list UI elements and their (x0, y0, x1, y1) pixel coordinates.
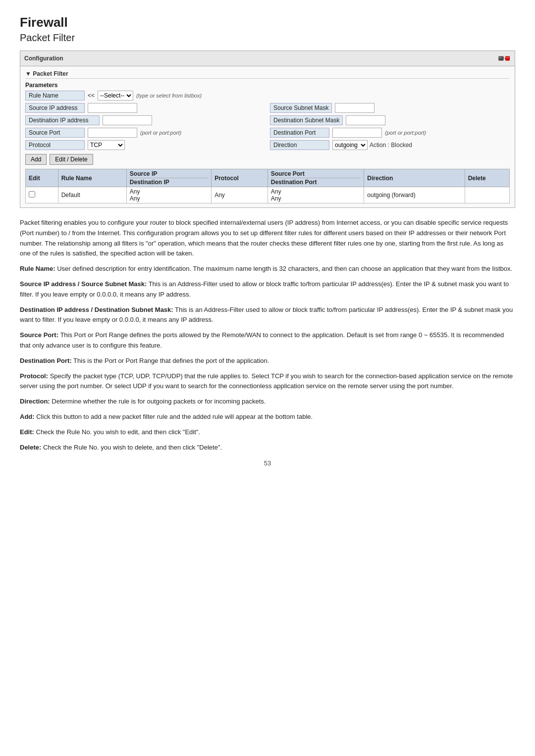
rule-name-label: Rule Name (25, 91, 85, 101)
dest-ip-field: Destination IP address (25, 115, 265, 125)
page-subtitle: Packet Filter (20, 32, 515, 44)
rule-name-row: Rule Name << --Select-- (type or select … (25, 91, 510, 101)
th-edit: Edit (26, 169, 58, 187)
source-subnet-label: Source Subnet Mask (270, 103, 332, 113)
table-row: Default Any Any Any Any Any outgoing (fo… (26, 187, 510, 203)
network-icon (498, 53, 511, 64)
desc-source-port: Source Port: This Port or Port Range def… (20, 330, 515, 351)
rule-name-field: Rule Name << --Select-- (type or select … (25, 91, 265, 101)
source-subnet-field: Source Subnet Mask (270, 103, 510, 113)
desc-intro: Packet filtering enables you to configur… (20, 218, 515, 259)
config-body: ▼ Packet Filter Parameters Rule Name << … (20, 66, 515, 207)
svg-rect-3 (505, 56, 510, 60)
td-source-port: Any Any (268, 187, 364, 203)
config-header: Configuration (20, 51, 515, 66)
svg-rect-0 (498, 56, 503, 60)
section-title: ▼ Packet Filter (25, 70, 510, 79)
header-icons (498, 53, 511, 64)
dest-subnet-input[interactable] (346, 115, 385, 125)
edit-delete-button[interactable]: Edit / Delete (50, 154, 93, 165)
protocol-field: Protocol TCP UDP TCP/UDP (25, 140, 265, 150)
action-text: Action : Blocked (370, 142, 412, 149)
rule-name-select[interactable]: --Select-- (98, 91, 133, 101)
th-direction: Direction (364, 169, 465, 187)
th-protocol: Protocol (212, 169, 268, 187)
config-panel: Configuration ▼ Packet Filter Parameters (20, 50, 515, 208)
source-row: Source IP address Source Subnet Mask (25, 103, 510, 114)
params-label: Parameters (25, 82, 510, 89)
td-source-ip: Any Any (126, 187, 211, 203)
desc-direction: Direction: Determine whether the rule is… (20, 397, 515, 407)
svg-rect-6 (504, 58, 505, 58)
dest-port-input[interactable] (332, 128, 382, 138)
filter-table: Edit Rule Name Source IP Destination IP … (25, 169, 510, 203)
dest-ip-label: Destination IP address (25, 115, 100, 125)
source-port-input[interactable] (88, 128, 137, 138)
protocol-direction-row: Protocol TCP UDP TCP/UDP Direction outgo… (25, 140, 510, 151)
direction-select[interactable]: outgoing incoming (332, 140, 368, 150)
td-rule-name: Default (58, 187, 126, 203)
dest-port-label: Destination Port (270, 128, 329, 138)
th-source-port: Source Port Destination Port (268, 169, 364, 187)
protocol-label: Protocol (25, 140, 85, 150)
desc-dest-port: Destination Port: This is the Port or Po… (20, 356, 515, 366)
th-delete: Delete (465, 169, 509, 187)
row-checkbox[interactable] (29, 191, 35, 198)
port-row: Source Port (port or port:port) Destinat… (25, 128, 510, 139)
td-delete (465, 187, 509, 203)
source-ip-field: Source IP address (25, 103, 265, 113)
direction-field: Direction outgoing incoming Action : Blo… (270, 140, 510, 150)
dest-ip-input[interactable] (103, 115, 152, 125)
page-title: Firewall (20, 15, 515, 30)
dest-subnet-label: Destination Subnet Mask (270, 115, 343, 125)
source-ip-label: Source IP address (25, 103, 85, 113)
source-subnet-input[interactable] (335, 103, 374, 113)
protocol-select[interactable]: TCP UDP TCP/UDP (88, 140, 125, 150)
description-section: Packet filtering enables you to configur… (20, 218, 515, 453)
filter-table-container: Edit Rule Name Source IP Destination IP … (25, 169, 510, 203)
desc-source-ip: Source IP address / Source Subnet Mask: … (20, 279, 515, 300)
direction-controls: outgoing incoming Action : Blocked (332, 140, 412, 150)
source-port-label: Source Port (25, 128, 85, 138)
add-button[interactable]: Add (25, 154, 47, 165)
source-port-hint: (port or port:port) (140, 130, 181, 136)
svg-rect-2 (501, 57, 502, 58)
config-header-label: Configuration (24, 55, 63, 62)
desc-rule-name: Rule Name: User defined description for … (20, 264, 515, 274)
dest-row: Destination IP address Destination Subne… (25, 115, 510, 126)
td-edit[interactable] (26, 187, 58, 203)
td-protocol: Any (212, 187, 268, 203)
action-buttons: Add Edit / Delete (25, 154, 510, 165)
th-rule-name: Rule Name (58, 169, 126, 187)
source-ip-input[interactable] (88, 103, 137, 113)
dest-subnet-field: Destination Subnet Mask (270, 115, 510, 125)
page-number: 53 (20, 459, 515, 467)
td-direction: outgoing (forward) (364, 187, 465, 203)
direction-label: Direction (270, 140, 329, 150)
svg-rect-4 (506, 57, 507, 58)
rule-name-hint: (type or select from listbox) (136, 93, 202, 99)
dest-port-hint: (port or port:port) (385, 130, 426, 136)
dest-port-field: Destination Port (port or port:port) (270, 128, 510, 138)
desc-add: Add: Click this button to add a new pack… (20, 412, 515, 422)
desc-delete: Delete: Check the Rule No. you wish to d… (20, 443, 515, 453)
svg-rect-1 (499, 57, 501, 58)
svg-rect-5 (508, 57, 509, 58)
desc-protocol: Protocol: Specify the packet type (TCP, … (20, 371, 515, 392)
source-port-field: Source Port (port or port:port) (25, 128, 265, 138)
desc-edit: Edit: Check the Rule No. you wish to edi… (20, 427, 515, 438)
table-header-row: Edit Rule Name Source IP Destination IP … (26, 169, 510, 187)
desc-dest-ip: Destination IP address / Destination Sub… (20, 305, 515, 326)
th-source-ip: Source IP Destination IP (126, 169, 211, 187)
select-prefix: << (88, 92, 95, 99)
